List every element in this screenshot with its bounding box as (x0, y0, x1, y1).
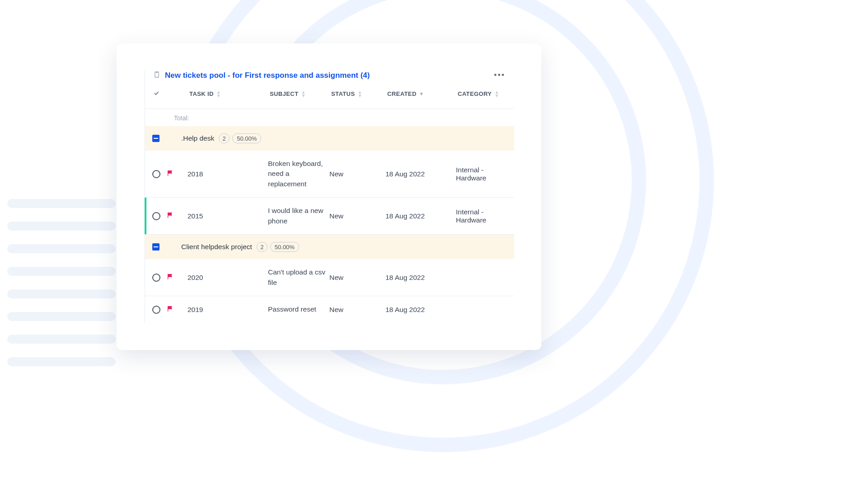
sort-icon: ▲▼ (357, 90, 362, 98)
row-checkbox[interactable] (152, 212, 160, 220)
cell-status: New (329, 170, 385, 178)
flag-icon[interactable] (167, 170, 174, 179)
group-row: .Help desk 2 50.00% (145, 126, 514, 151)
cell-created: 18 Aug 2022 (385, 170, 456, 178)
table-row: 2018 Broken keyboard, need a replacement… (145, 151, 514, 198)
row-accent-bar (145, 198, 146, 234)
tickets-card: New tickets pool - for First response an… (117, 43, 541, 350)
group-percent-badge: 50.00% (232, 133, 261, 143)
total-row: Total: (145, 109, 514, 126)
sort-icon: ▲▼ (494, 90, 499, 98)
table-row: 2020 Can't upload a csv file New 18 Aug … (145, 259, 514, 296)
cell-created: 18 Aug 2022 (385, 274, 456, 282)
cell-status: New (329, 212, 385, 220)
group-name: .Help desk (181, 134, 214, 142)
column-label: CATEGORY (458, 90, 492, 97)
column-header-subject[interactable]: SUBJECT ▲▼ (270, 90, 331, 98)
column-header-taskid[interactable]: TASK ID ▲▼ (189, 90, 270, 98)
group-count-badge: 2 (257, 242, 267, 252)
row-checkbox[interactable] (152, 274, 160, 282)
cell-taskid[interactable]: 2019 (188, 306, 268, 314)
table-row: 2015 I would like a new phone New 18 Aug… (145, 198, 514, 235)
sort-icon: ▼ (419, 92, 424, 96)
collapse-toggle-icon[interactable] (152, 243, 160, 251)
cell-status: New (329, 274, 385, 282)
column-label: STATUS (331, 90, 355, 97)
flag-icon[interactable] (167, 212, 174, 221)
column-label: SUBJECT (270, 90, 298, 97)
column-header-status[interactable]: STATUS ▲▼ (331, 90, 387, 98)
group-name: Client helpdesk project (181, 243, 252, 251)
flag-icon[interactable] (167, 305, 174, 314)
sort-icon: ▲▼ (301, 90, 305, 98)
card-title[interactable]: New tickets pool - for First response an… (165, 71, 494, 80)
collapse-toggle-icon[interactable] (152, 135, 160, 142)
flag-icon[interactable] (167, 273, 174, 282)
group-percent-badge: 50.00% (270, 242, 299, 252)
column-header-category[interactable]: CATEGORY ▲▼ (458, 90, 514, 98)
cell-created: 18 Aug 2022 (385, 212, 456, 220)
row-checkbox[interactable] (152, 170, 160, 178)
sort-icon: ▲▼ (216, 90, 221, 98)
cell-taskid[interactable]: 2018 (188, 170, 268, 178)
more-menu-icon[interactable]: ••• (494, 71, 505, 80)
column-label: CREATED (387, 90, 417, 97)
column-headers: TASK ID ▲▼ SUBJECT ▲▼ STATUS ▲▼ CREATED … (145, 90, 514, 109)
cell-taskid[interactable]: 2015 (188, 212, 268, 220)
clipboard-icon (153, 71, 160, 80)
cell-subject[interactable]: Broken keyboard, need a replacement (268, 159, 329, 189)
column-header-created[interactable]: CREATED ▼ (387, 90, 458, 97)
table-row: 2019 Password reset New 18 Aug 2022 (145, 296, 514, 322)
column-label: TASK ID (189, 90, 214, 97)
cell-category: Internal - Hardware (456, 166, 514, 182)
total-label: Total: (174, 114, 189, 122)
cell-subject[interactable]: I would like a new phone (268, 206, 329, 226)
cell-subject[interactable]: Password reset (268, 304, 329, 314)
card-header: New tickets pool - for First response an… (145, 71, 514, 90)
cell-taskid[interactable]: 2020 (188, 274, 268, 282)
select-all-check-icon[interactable] (153, 90, 160, 98)
cell-category: Internal - Hardware (456, 208, 514, 224)
cell-status: New (329, 306, 385, 314)
group-row: Client helpdesk project 2 50.00% (145, 235, 514, 259)
group-count-badge: 2 (219, 133, 230, 143)
cell-subject[interactable]: Can't upload a csv file (268, 267, 329, 288)
row-checkbox[interactable] (152, 306, 160, 314)
cell-created: 18 Aug 2022 (385, 306, 456, 314)
decorative-bars (7, 199, 116, 380)
